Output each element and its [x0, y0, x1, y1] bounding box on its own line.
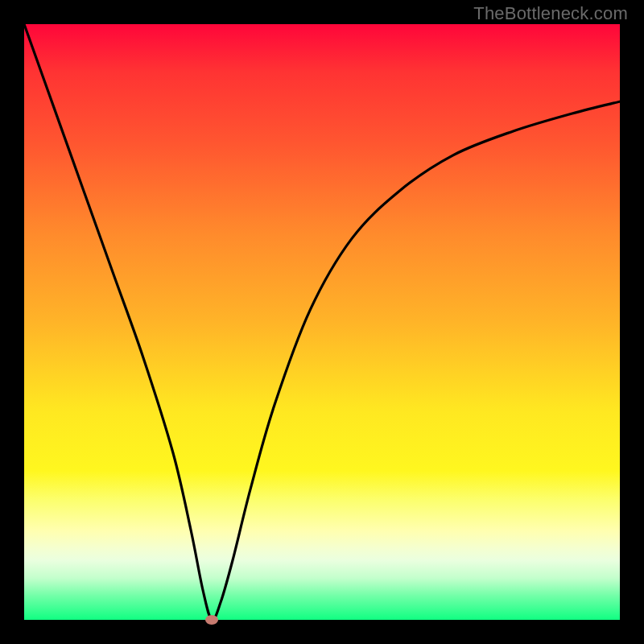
chart-frame: TheBottleneck.com	[0, 0, 644, 644]
plot-area	[24, 24, 620, 620]
curve-svg	[24, 24, 620, 620]
watermark-text: TheBottleneck.com	[473, 3, 628, 24]
bottleneck-curve-path	[24, 24, 620, 620]
minimum-marker	[205, 615, 218, 625]
